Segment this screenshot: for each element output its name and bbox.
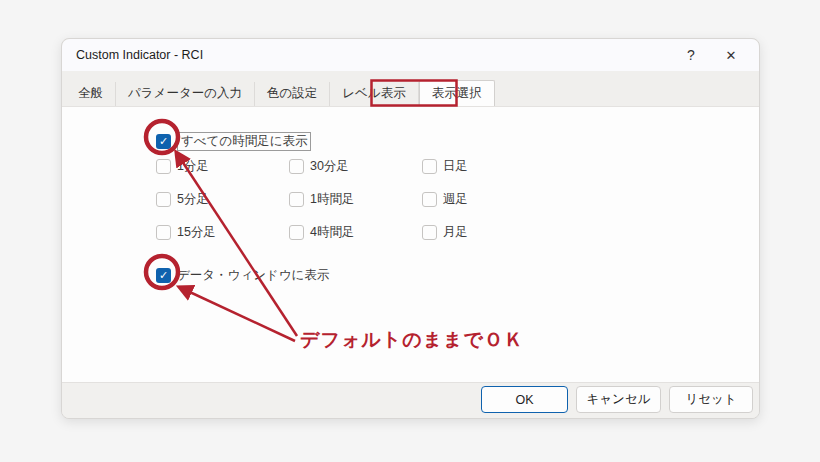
checkbox-row-m30[interactable]: 30分足 <box>289 159 422 174</box>
ok-button[interactable]: OK <box>481 386 568 413</box>
cancel-button[interactable]: キャンセル <box>576 386 661 413</box>
tab-levels[interactable]: レベル表示 <box>330 82 418 106</box>
checkbox-row-m1[interactable]: 1分足 <box>156 159 289 174</box>
checkbox-row-w1[interactable]: 週足 <box>422 192 555 207</box>
checkbox-h4[interactable] <box>289 225 304 240</box>
tab-content: ✓ すべての時間足に表示 1分足 30分足 日足 5分足 <box>62 106 760 384</box>
checkbox-m5[interactable] <box>156 192 171 207</box>
checkbox-label: 5分足 <box>177 191 209 208</box>
checkbox-row-h1[interactable]: 1時間足 <box>289 192 422 207</box>
title-bar: Custom Indicator - RCI ? ✕ <box>62 39 759 71</box>
tab-strip: 全般 パラメーターの入力 色の設定 レベル表示 表示選択 <box>62 71 759 106</box>
checkbox-label: データ・ウィンドウに表示 <box>177 267 329 284</box>
checkbox-row-mn1[interactable]: 月足 <box>422 225 555 240</box>
checkbox-label: 30分足 <box>310 158 349 175</box>
checkbox-h1[interactable] <box>289 192 304 207</box>
tab-general[interactable]: 全般 <box>66 82 116 106</box>
checkbox-w1[interactable] <box>422 192 437 207</box>
checkbox-row-all-timeframes[interactable]: ✓ すべての時間足に表示 <box>156 132 311 151</box>
checkbox-m15[interactable] <box>156 225 171 240</box>
checkbox-label: 1分足 <box>177 158 209 175</box>
checkbox-label: 15分足 <box>177 224 216 241</box>
checkbox-label: 月足 <box>443 224 468 241</box>
help-icon[interactable]: ? <box>671 39 711 71</box>
close-icon[interactable]: ✕ <box>711 39 751 71</box>
checkbox-label: すべての時間足に表示 <box>177 132 311 151</box>
checkbox-d1[interactable] <box>422 159 437 174</box>
tab-parameters[interactable]: パラメーターの入力 <box>116 82 255 106</box>
checkbox-label: 週足 <box>443 191 468 208</box>
checkbox-row-data-window[interactable]: ✓ データ・ウィンドウに表示 <box>156 267 329 284</box>
tab-colors[interactable]: 色の設定 <box>255 82 330 106</box>
checkbox-m1[interactable] <box>156 159 171 174</box>
check-icon: ✓ <box>159 268 168 283</box>
checkbox-row-m5[interactable]: 5分足 <box>156 192 289 207</box>
window-title: Custom Indicator - RCI <box>76 48 203 62</box>
reset-button[interactable]: リセット <box>669 386 753 413</box>
checkbox-data-window[interactable]: ✓ <box>156 268 171 283</box>
check-icon: ✓ <box>159 134 168 149</box>
checkbox-row-d1[interactable]: 日足 <box>422 159 555 174</box>
checkbox-label: 日足 <box>443 158 468 175</box>
tab-visualization[interactable]: 表示選択 <box>419 80 495 106</box>
checkbox-label: 1時間足 <box>310 191 354 208</box>
custom-indicator-dialog: Custom Indicator - RCI ? ✕ 全般 パラメーターの入力 … <box>61 38 760 419</box>
checkbox-m30[interactable] <box>289 159 304 174</box>
timeframe-grid: 1分足 30分足 日足 5分足 1時間足 週足 <box>156 159 555 240</box>
checkbox-mn1[interactable] <box>422 225 437 240</box>
checkbox-all-timeframes[interactable]: ✓ <box>156 134 171 149</box>
checkbox-label: 4時間足 <box>310 224 354 241</box>
annotation-text: デフォルトのままでＯＫ <box>300 327 524 353</box>
checkbox-row-h4[interactable]: 4時間足 <box>289 225 422 240</box>
dialog-footer: OK キャンセル リセット <box>62 382 760 418</box>
checkbox-row-m15[interactable]: 15分足 <box>156 225 289 240</box>
